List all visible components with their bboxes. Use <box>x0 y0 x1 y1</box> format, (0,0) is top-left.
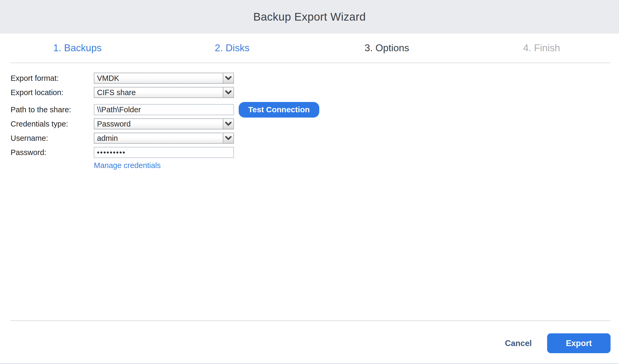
credentials-type-select[interactable]: Password <box>94 118 234 129</box>
footer-divider <box>10 320 611 321</box>
password-field[interactable] <box>94 147 234 158</box>
tab-finish: 4. Finish <box>464 43 619 54</box>
wizard-steps: 1. Backups 2. Disks 3. Options 4. Finish <box>0 34 619 63</box>
tab-backups[interactable]: 1. Backups <box>0 43 155 54</box>
tab-disks[interactable]: 2. Disks <box>155 43 310 54</box>
test-connection-button[interactable]: Test Connection <box>239 102 319 118</box>
share-path-row: Path to the share: Test Connection <box>11 104 619 115</box>
page-title: Backup Export Wizard <box>253 11 366 23</box>
username-value: admin <box>94 133 223 143</box>
tabs-divider <box>10 63 611 63</box>
export-format-select[interactable]: VMDK <box>94 73 234 84</box>
share-path-label: Path to the share: <box>11 105 94 114</box>
export-location-row: Export location: CIFS share <box>11 87 619 98</box>
export-button[interactable]: Export <box>547 333 611 353</box>
chevron-down-icon[interactable] <box>223 133 233 143</box>
share-path-input[interactable] <box>94 104 234 115</box>
chevron-down-icon[interactable] <box>223 119 233 129</box>
tab-options: 3. Options <box>310 43 464 54</box>
footer-actions: Cancel Export <box>500 333 611 353</box>
chevron-down-icon[interactable] <box>223 87 233 97</box>
export-location-select[interactable]: CIFS share <box>94 87 234 98</box>
manage-credentials-link[interactable]: Manage credentials <box>94 161 161 170</box>
credentials-type-value: Password <box>94 119 223 129</box>
export-format-value: VMDK <box>94 73 223 83</box>
export-format-row: Export format: VMDK <box>11 73 619 84</box>
username-row: Username: admin <box>11 133 619 144</box>
password-row: Password: <box>11 147 619 158</box>
chevron-down-icon[interactable] <box>223 73 233 83</box>
cancel-button[interactable]: Cancel <box>500 339 537 348</box>
export-format-label: Export format: <box>11 74 94 83</box>
backup-export-wizard-dialog: Backup Export Wizard 1. Backups 2. Disks… <box>0 0 619 364</box>
export-location-label: Export location: <box>11 88 94 97</box>
manage-credentials-row: Manage credentials <box>11 161 619 170</box>
export-location-value: CIFS share <box>94 87 223 97</box>
options-form: Export format: VMDK Export location: CIF… <box>0 73 619 170</box>
username-select[interactable]: admin <box>94 133 234 144</box>
credentials-type-label: Credentials type: <box>11 120 94 128</box>
wizard-header: Backup Export Wizard <box>0 0 619 34</box>
password-label: Password: <box>11 148 94 157</box>
credentials-type-row: Credentials type: Password <box>11 118 619 129</box>
username-label: Username: <box>11 134 94 143</box>
